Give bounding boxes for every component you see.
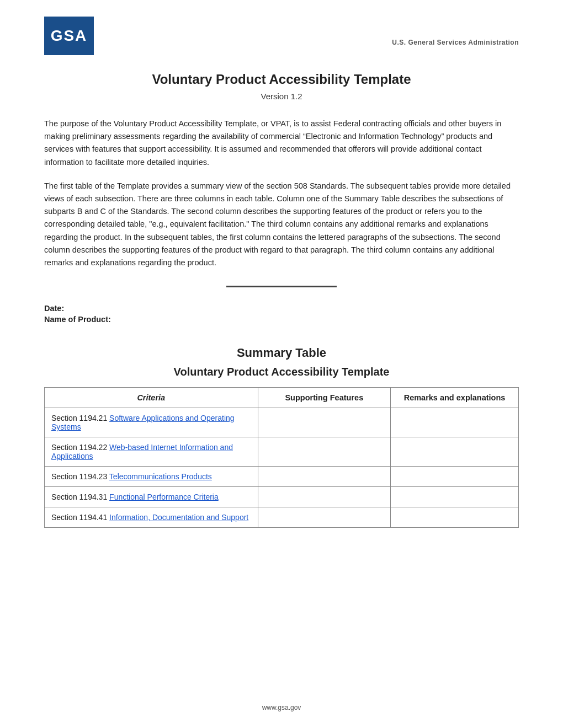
footer-url: www.gsa.gov <box>262 704 301 711</box>
page-header: GSA U.S. General Services Administration <box>44 17 519 55</box>
remarks-cell <box>391 507 519 528</box>
criteria-link[interactable]: Web-based Internet Information and Appli… <box>51 443 233 461</box>
supporting-cell <box>258 437 391 467</box>
criteria-link[interactable]: Telecommunications Products <box>109 472 212 481</box>
table-header-row: Criteria Supporting Features Remarks and… <box>45 388 519 408</box>
criteria-cell: Section 1194.23 Telecommunications Produ… <box>45 467 258 487</box>
table-row: Section 1194.31 Functional Performance C… <box>45 487 519 507</box>
summary-sub-title: Voluntary Product Accessibility Template <box>44 366 519 378</box>
agency-name: U.S. General Services Administration <box>392 39 519 46</box>
title-section: Voluntary Product Accessibility Template… <box>44 72 519 101</box>
summary-table: Criteria Supporting Features Remarks and… <box>44 387 519 528</box>
page-footer: www.gsa.gov <box>0 704 563 711</box>
logo-text: GSA <box>51 27 88 45</box>
criteria-link[interactable]: Functional Performance Criteria <box>109 493 219 501</box>
section-divider <box>226 286 337 287</box>
product-label: Name of Product: <box>44 315 519 324</box>
header-criteria: Criteria <box>45 388 258 408</box>
intro-paragraph-2: The first table of the Template provides… <box>44 180 519 269</box>
criteria-cell: Section 1194.22 Web-based Internet Infor… <box>45 437 258 467</box>
summary-section-title: Summary Table <box>44 346 519 360</box>
table-row: Section 1194.21 Software Applications an… <box>45 408 519 437</box>
gsa-logo: GSA <box>44 17 94 55</box>
table-row: Section 1194.41 Information, Documentati… <box>45 507 519 528</box>
criteria-link[interactable]: Information, Documentation and Support <box>109 513 248 522</box>
table-row: Section 1194.23 Telecommunications Produ… <box>45 467 519 487</box>
header-remarks: Remarks and explanations <box>391 388 519 408</box>
date-label: Date: <box>44 304 519 313</box>
supporting-cell <box>258 467 391 487</box>
intro-paragraph-1: The purpose of the Voluntary Product Acc… <box>44 117 519 169</box>
remarks-cell <box>391 408 519 437</box>
criteria-cell: Section 1194.21 Software Applications an… <box>45 408 258 437</box>
supporting-cell <box>258 487 391 507</box>
remarks-cell <box>391 437 519 467</box>
remarks-cell <box>391 467 519 487</box>
criteria-cell: Section 1194.31 Functional Performance C… <box>45 487 258 507</box>
supporting-cell <box>258 408 391 437</box>
criteria-cell: Section 1194.41 Information, Documentati… <box>45 507 258 528</box>
page-title: Voluntary Product Accessibility Template <box>44 72 519 87</box>
remarks-cell <box>391 487 519 507</box>
table-row: Section 1194.22 Web-based Internet Infor… <box>45 437 519 467</box>
header-supporting: Supporting Features <box>258 388 391 408</box>
supporting-cell <box>258 507 391 528</box>
info-section: Date: Name of Product: <box>44 304 519 324</box>
criteria-link[interactable]: Software Applications and Operating Syst… <box>51 414 235 431</box>
version-label: Version 1.2 <box>44 92 519 101</box>
